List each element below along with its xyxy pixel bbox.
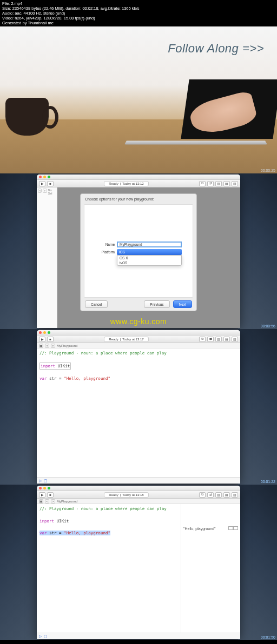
string-literal: "Hello, playground" — [64, 376, 110, 381]
panel-left-icon[interactable]: ▥ — [215, 181, 222, 186]
status-pill: Ready | Today at 13:17 — [104, 337, 148, 342]
minimize-icon[interactable] — [43, 331, 46, 334]
debug-bar: ▷ ▢ — [37, 633, 240, 639]
xcode-window: ▶ ■ Ready | Today at 13:12 ⧉ ⇄ ▥ ▤ ▥ < >… — [37, 175, 240, 328]
import-module: UIKit — [57, 519, 69, 524]
panel-bottom-icon[interactable]: ▤ — [223, 337, 230, 342]
panel-bottom-icon[interactable]: ▤ — [223, 492, 230, 498]
close-icon[interactable] — [39, 176, 42, 178]
status-time: Today at 13:17 — [122, 338, 143, 341]
new-playground-dialog: Choose options for your new playground: … — [80, 193, 197, 311]
xcode-toolbar: ▶ ■ Ready | Today at 13:17 ⧉ ⇄ ▥ ▤ ▥ — [37, 336, 240, 343]
panel-right-icon[interactable]: ▥ — [232, 181, 238, 186]
console-icon[interactable]: ▢ — [44, 479, 48, 483]
platform-selected[interactable]: iOS — [117, 249, 182, 255]
laptop-graphic — [126, 65, 277, 146]
coffee-cup-graphic — [5, 98, 49, 136]
status-ready: Ready — [109, 182, 118, 185]
code-editor[interactable]: //: Playground - noun: a place where peo… — [37, 348, 240, 477]
run-button[interactable]: ▶ — [39, 181, 45, 186]
stop-button[interactable]: ■ — [47, 181, 54, 186]
thumbnail-4: ▶ ■ Ready | Today at 13:18 ⧉ ⇄ ▥ ▤ ▥ ▣ <… — [0, 485, 277, 640]
quicklook-icon[interactable] — [228, 526, 233, 530]
meta-video: Video: h264, yuv420p, 1280x720, 15.00 fp… — [2, 16, 275, 21]
dialog-body: Name MyPlayground Platform iOS OS X tvOS — [84, 204, 193, 298]
code-editor[interactable]: //: Playground - noun: a place where peo… — [37, 504, 240, 633]
code-area[interactable]: //: Playground - noun: a place where peo… — [37, 504, 181, 633]
dialog-title: Choose options for your new playground: — [81, 194, 196, 204]
stop-button[interactable]: ■ — [47, 337, 54, 342]
nav-back[interactable]: < — [38, 189, 42, 193]
platform-options-list: OS X tvOS — [117, 255, 182, 266]
previous-button[interactable]: Previous — [144, 300, 169, 308]
next-button[interactable]: Next — [173, 300, 192, 308]
editor-mode-icon[interactable]: ⧉ — [199, 337, 206, 342]
nav-back[interactable]: < — [45, 344, 49, 348]
editor-mode-icon[interactable]: ⧉ — [199, 181, 206, 186]
editor-mode-icon[interactable]: ⧉ — [199, 492, 206, 498]
status-pill: Ready | Today at 13:12 — [104, 181, 148, 186]
follow-along-title: Follow Along =>> — [168, 42, 264, 56]
result-view-icon[interactable] — [233, 526, 238, 530]
status-pill: Ready | Today at 13:18 — [104, 492, 148, 498]
assistant-icon[interactable]: ⇄ — [207, 181, 214, 186]
zoom-icon[interactable] — [48, 487, 50, 489]
panel-bottom-icon[interactable]: ▤ — [223, 181, 230, 186]
nav-back[interactable]: < — [45, 499, 49, 504]
related-items-icon[interactable]: ▣ — [39, 499, 43, 504]
console-icon[interactable]: ▢ — [44, 634, 48, 639]
play-icon[interactable]: ▷ — [39, 479, 42, 483]
nav-fwd[interactable]: > — [51, 344, 55, 348]
code-area[interactable]: //: Playground - noun: a place where peo… — [37, 348, 240, 477]
stop-button[interactable]: ■ — [47, 492, 54, 498]
meta-generator: Generated by Thumbnail me — [2, 21, 275, 25]
meta-audio: Audio: aac, 44100 Hz, stereo (und) — [2, 11, 275, 16]
window-titlebar — [37, 175, 240, 180]
thumbnail-2: ▶ ■ Ready | Today at 13:12 ⧉ ⇄ ▥ ▤ ▥ < >… — [0, 173, 277, 329]
close-icon[interactable] — [39, 487, 42, 489]
code-comment: //: Playground - noun: a place where peo… — [39, 506, 167, 511]
run-button[interactable]: ▶ — [39, 337, 45, 342]
related-items-icon[interactable]: ▣ — [39, 344, 43, 348]
platform-dropdown[interactable]: iOS OS X tvOS — [117, 249, 182, 255]
var-keyword: var — [39, 376, 47, 381]
timestamp-3: 00:01:22 — [261, 480, 275, 484]
breadcrumb-file[interactable]: MyPlayground — [57, 344, 77, 347]
var-name: str = — [49, 376, 62, 381]
platform-option[interactable]: OS X — [117, 256, 181, 260]
meta-size: Size: 23546438 bytes (22.46 MiB), durati… — [2, 6, 275, 11]
debug-bar: ▷ ▢ — [37, 477, 240, 484]
close-icon[interactable] — [39, 331, 42, 334]
platform-option[interactable]: tvOS — [117, 260, 181, 265]
panel-right-icon[interactable]: ▥ — [232, 492, 238, 498]
status-ready: Ready — [109, 493, 118, 497]
minimize-icon[interactable] — [43, 487, 46, 489]
zoom-icon[interactable] — [48, 331, 50, 334]
thumbnail-3: ▶ ■ Ready | Today at 13:17 ⧉ ⇄ ▥ ▤ ▥ ▣ <… — [0, 329, 277, 485]
panel-left-icon[interactable]: ▥ — [215, 337, 222, 342]
panel-right-icon[interactable]: ▥ — [232, 337, 238, 342]
nav-fwd[interactable]: > — [43, 189, 47, 193]
timestamp-4: 00:01:50 — [261, 635, 275, 639]
dialog-footer: Cancel Previous Next — [81, 298, 196, 311]
breadcrumb-file[interactable]: MyPlayground — [57, 500, 77, 503]
zoom-icon[interactable] — [48, 176, 50, 178]
breadcrumb: ▣ < > MyPlayground — [37, 343, 240, 348]
status-time: Today at 13:18 — [122, 493, 143, 497]
window-titlebar — [37, 330, 240, 336]
assistant-icon[interactable]: ⇄ — [207, 492, 214, 498]
run-button[interactable]: ▶ — [39, 492, 45, 498]
panel-left-icon[interactable]: ▥ — [215, 492, 222, 498]
name-input[interactable]: MyPlayground — [117, 242, 182, 247]
import-module: UIKit — [58, 364, 70, 368]
assistant-icon[interactable]: ⇄ — [207, 337, 214, 342]
minimize-icon[interactable] — [43, 176, 46, 178]
cancel-button[interactable]: Cancel — [85, 300, 108, 308]
navigator-sidebar: < > No Sel — [37, 187, 57, 328]
string-literal: "Hello, playground" — [64, 531, 110, 535]
breadcrumb: ▣ < > MyPlayground — [37, 499, 240, 504]
thumbnail-1: Follow Along =>> 00:00:25 — [0, 26, 277, 173]
result-value: "Hello, playground" — [183, 527, 215, 531]
play-icon[interactable]: ▷ — [39, 634, 42, 639]
nav-fwd[interactable]: > — [51, 499, 55, 504]
